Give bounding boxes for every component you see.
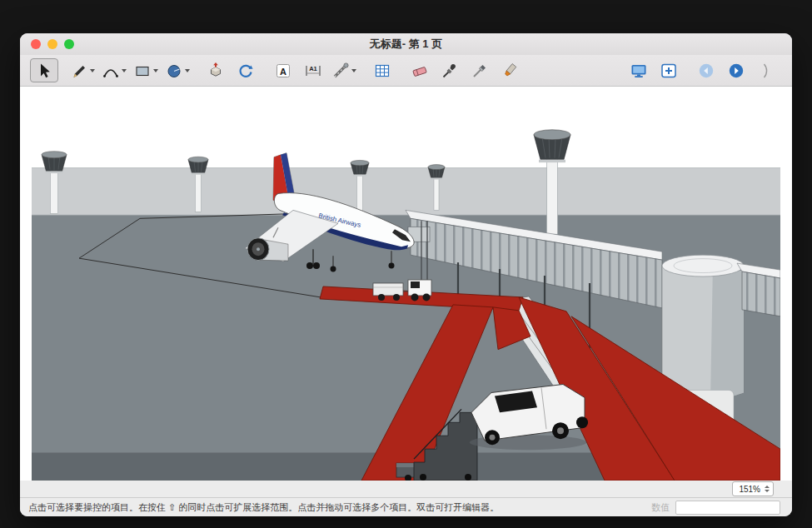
fullscreen-button[interactable] — [64, 39, 74, 49]
tool-arc-button[interactable] — [99, 58, 129, 82]
close-button[interactable] — [31, 39, 41, 49]
zoom-value: 151% — [739, 485, 760, 494]
tool-pen-button[interactable] — [466, 58, 494, 82]
dropdown-caret-icon — [153, 69, 158, 72]
tool-eyedropper-button[interactable] — [436, 58, 464, 82]
measurement-box: 数值 — [651, 501, 784, 515]
tool-pushpull-button[interactable] — [202, 58, 230, 82]
tape-measure-icon — [331, 62, 350, 80]
tool-rectangle-button[interactable] — [131, 58, 161, 82]
grid-table-icon — [373, 62, 391, 80]
dropdown-caret-icon — [90, 69, 95, 72]
circle-icon — [165, 62, 183, 80]
arrow-left-circle-icon — [697, 62, 715, 80]
titlebar[interactable]: 无标题- 第 1 页 — [20, 33, 792, 55]
minimize-button[interactable] — [47, 39, 57, 49]
rotate-arrow-icon — [237, 62, 255, 80]
dimension-tool-icon: A1 — [304, 62, 322, 80]
dimension-tool-glyph: A1 — [309, 65, 317, 72]
tool-followme-button[interactable] — [232, 58, 260, 82]
overflow-paren-icon — [762, 62, 770, 80]
arrow-right-circle-icon — [727, 62, 745, 80]
measurement-input[interactable] — [675, 501, 780, 515]
viewport[interactable]: British Airways — [20, 87, 792, 481]
arc-icon — [102, 62, 120, 80]
eraser-icon — [411, 62, 429, 80]
text-tool-glyph: A — [280, 66, 286, 76]
tool-dimension-button[interactable]: A1 — [299, 58, 327, 82]
tool-grid-button[interactable] — [368, 58, 396, 82]
pen-icon — [471, 62, 489, 80]
tool-text-button[interactable]: A — [269, 58, 297, 82]
monitor-icon — [630, 62, 648, 80]
toolbar-overflow-indicator[interactable] — [752, 58, 780, 82]
zoom-strip: 151% — [20, 481, 792, 497]
status-hint: 点击可选择要操控的项目。在按住 ⇧ 的同时点击可扩展选择范围。点击并拖动可选择多… — [28, 501, 643, 514]
scene-3d[interactable]: British Airways — [32, 87, 780, 481]
display-settings-button[interactable] — [625, 58, 653, 82]
rectangle-icon — [133, 62, 152, 80]
tool-tape-measure-button[interactable] — [329, 58, 359, 82]
tool-highlighter-button[interactable] — [496, 58, 524, 82]
measurement-label: 数值 — [651, 501, 670, 514]
toolbar: A A1 — [20, 55, 792, 87]
pushpull-icon — [207, 62, 225, 80]
window-title: 无标题- 第 1 页 — [370, 37, 442, 52]
eyedropper-icon — [441, 62, 459, 80]
desktop-background: 无标题- 第 1 页 — [0, 0, 812, 528]
tool-circle-button[interactable] — [162, 58, 192, 82]
tool-eraser-button[interactable] — [406, 58, 434, 82]
back-button[interactable] — [692, 58, 720, 82]
text-tool-icon: A — [274, 62, 292, 80]
forward-button[interactable] — [722, 58, 750, 82]
dropdown-caret-icon — [185, 69, 190, 72]
zoom-select[interactable]: 151% — [732, 481, 774, 496]
tool-line-button[interactable] — [67, 58, 97, 82]
add-scene-button[interactable] — [655, 58, 683, 82]
select-arrow-icon — [35, 62, 53, 80]
zoom-caret-icon — [765, 486, 770, 492]
pencil-icon — [70, 62, 88, 80]
statusbar: 点击可选择要操控的项目。在按住 ⇧ 的同时点击可扩展选择范围。点击并拖动可选择多… — [20, 497, 792, 516]
dropdown-caret-icon — [351, 69, 356, 72]
traffic-lights — [31, 33, 74, 55]
app-window: 无标题- 第 1 页 — [20, 33, 792, 516]
add-plus-icon — [660, 62, 678, 80]
highlighter-icon — [501, 62, 519, 80]
tool-select-button[interactable] — [30, 58, 58, 82]
dropdown-caret-icon — [122, 69, 127, 72]
